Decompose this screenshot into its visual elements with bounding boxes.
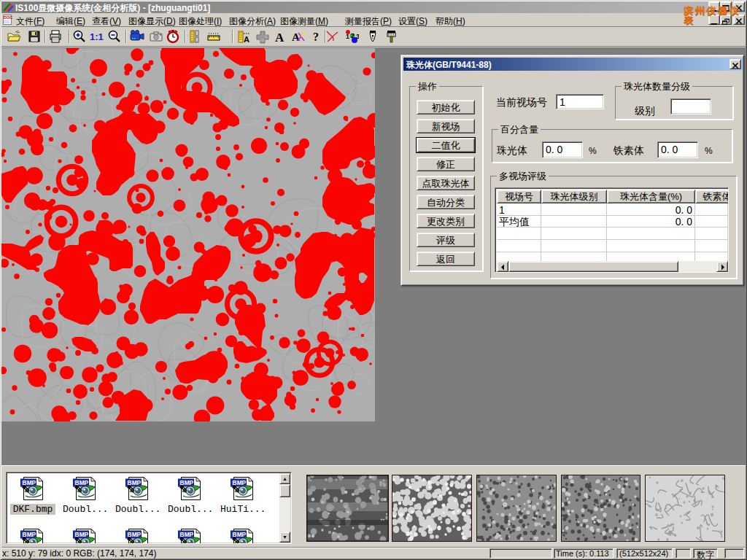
- svg-text:1:1: 1:1: [90, 31, 104, 42]
- svg-text:3: 3: [356, 33, 359, 40]
- svg-text:A: A: [275, 31, 285, 44]
- svg-text:?: ?: [313, 31, 319, 43]
- svg-text:1: 1: [346, 33, 349, 40]
- svg-text:A: A: [244, 35, 249, 44]
